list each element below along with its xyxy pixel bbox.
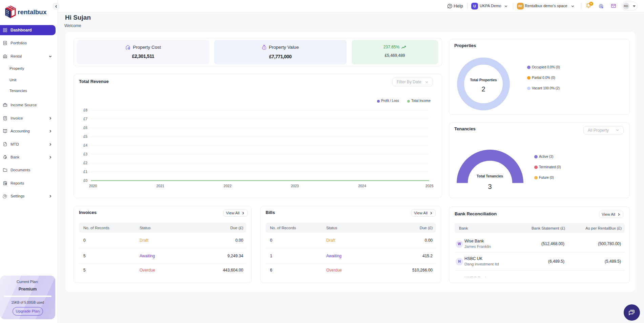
svg-text:£6: £6 [83,126,87,130]
svg-text:2020: 2020 [89,184,97,188]
svg-text:2023: 2023 [291,184,299,188]
svg-text:£5: £5 [83,134,87,138]
svg-text:2025: 2025 [425,184,434,188]
svg-text:£4: £4 [83,143,87,147]
svg-text:£0: £0 [83,178,87,182]
svg-text:2024: 2024 [358,184,366,188]
svg-text:£8: £8 [83,108,87,112]
svg-text:2022: 2022 [224,184,232,188]
svg-text:2021: 2021 [157,184,165,188]
svg-text:£7: £7 [83,117,87,121]
svg-text:£1: £1 [83,170,87,174]
svg-text:£2: £2 [83,161,87,165]
svg-text:£3: £3 [83,152,87,156]
